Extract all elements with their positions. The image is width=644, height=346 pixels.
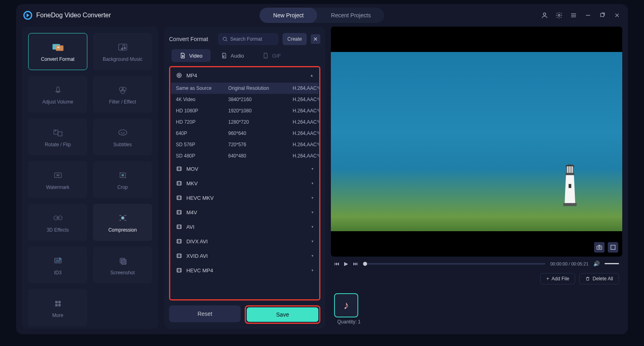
svg-rect-31 [177,181,182,185]
tool-label: Crop [117,184,128,190]
tool-crop[interactable]: Crop [93,161,152,198]
preview-pane: ⏮ ▶ ⏭ 00:00:00 / 00:05:21 🔊 + Add File D… [331,27,622,329]
fullscreen-icon[interactable] [608,242,618,253]
tool-filter-effect[interactable]: Filter / Effect [93,76,152,113]
svg-point-49 [599,247,600,249]
trash-icon [585,276,590,281]
tool-compression[interactable]: Compression [93,204,152,241]
edit-icon[interactable]: ✎ [317,142,320,147]
next-button[interactable]: ⏭ [353,261,358,267]
tool-convert-format[interactable]: Convert Format [28,33,87,70]
svg-point-10 [120,89,124,93]
maximize-icon[interactable] [599,12,606,19]
format-group: M4V▾ [171,205,318,220]
save-button[interactable]: Save [247,307,318,322]
settings-icon[interactable] [555,12,563,19]
tab-recent-projects[interactable]: Recent Projects [317,8,384,23]
film-icon [176,72,182,79]
svg-rect-30 [177,167,182,170]
edit-icon[interactable]: ✎ [317,97,320,102]
edit-icon[interactable]: ✎ [317,108,320,114]
search-format-input[interactable]: Search Format [218,33,279,45]
format-row-header[interactable]: Same as SourceOriginal ResolutionH.264,A… [171,83,318,94]
edit-icon[interactable]: ✎ [317,85,320,91]
close-icon[interactable] [613,12,621,19]
format-row[interactable]: 4K Video3840*2160H.264,AAC✎ [171,94,318,105]
format-group-header[interactable]: MOV▾ [171,162,318,176]
compression-icon [116,212,130,224]
film-icon [176,180,182,186]
tool-subtitles[interactable]: Subtitles [93,118,152,155]
volume-icon[interactable]: 🔊 [593,261,600,267]
svg-rect-46 [569,184,572,188]
create-format-button[interactable]: Create [283,33,307,45]
convert-format-icon [51,41,65,53]
format-group: XVID AVI▾ [171,249,318,263]
more-icon [51,297,65,309]
svg-point-1 [558,15,560,17]
minimize-icon[interactable] [584,12,592,19]
tab-new-project[interactable]: New Project [260,8,317,23]
format-row[interactable]: HD 1080P1920*1080H.264,AAC✎ [171,105,318,116]
format-group-header[interactable]: HEVC MP4▾ [171,263,318,278]
svg-point-27 [223,37,226,40]
tool-background-music[interactable]: Background Music [93,33,152,70]
play-button[interactable]: ▶ [344,261,348,267]
add-file-button[interactable]: + Add File [540,273,575,284]
plus-icon: + [546,276,549,282]
format-group-header[interactable]: MKV▾ [171,176,318,191]
delete-all-button[interactable]: Delete All [579,273,619,284]
format-row[interactable]: HD 720P1280*720H.264,AAC✎ [171,116,318,128]
edit-icon[interactable]: ✎ [317,131,320,136]
audio-file-icon [221,52,227,59]
tool-rotate-flip[interactable]: Rotate / Flip [28,118,87,155]
volume-bar[interactable] [605,263,619,264]
edit-icon[interactable]: ✎ [317,153,320,159]
format-group-header[interactable]: DIVX AVI▾ [171,234,318,249]
chevron-down-icon: ▾ [312,239,314,243]
format-group: MOV▾ [171,162,318,176]
format-group: MKV▾ [171,176,318,191]
format-group-mp4: MP4 ▲ Same as SourceOriginal ResolutionH… [171,68,318,162]
reset-button[interactable]: Reset [169,305,241,322]
format-row[interactable]: 640P960*640H.264,AAC✎ [171,128,318,139]
svg-rect-22 [121,259,126,264]
format-row[interactable]: SD 576P720*576H.264,AAC✎ [171,139,318,150]
tool-adjust-volume[interactable]: Adjust Volume [28,76,87,113]
svg-rect-48 [597,246,602,250]
svg-rect-35 [177,239,182,243]
format-group-header[interactable]: HEVC MKV▾ [171,191,318,205]
snapshot-icon[interactable] [594,242,605,253]
menu-icon[interactable] [570,12,577,19]
format-group-header[interactable]: M4V▾ [171,205,318,220]
tool-label: ID3 [54,270,62,276]
svg-rect-26 [58,303,61,307]
format-group-header[interactable]: AVI▾ [171,220,318,234]
id3-icon [51,255,65,267]
tool-label: Subtitles [113,142,132,147]
tool-label: Rotate / Flip [45,142,71,147]
chevron-down-icon: ▾ [312,210,314,214]
tool-more[interactable]: More [28,289,87,326]
watermark-icon [51,169,65,181]
format-group-header[interactable]: XVID AVI▾ [171,249,318,263]
account-icon[interactable] [541,12,548,19]
seek-handle[interactable] [363,262,367,266]
close-panel-button[interactable]: ✕ [311,34,320,44]
tool-screenshot[interactable]: Screenshot [93,247,152,284]
seek-bar[interactable] [363,263,545,265]
format-row[interactable]: SD 480P640*480H.264,AAC✎ [171,150,318,162]
prev-button[interactable]: ⏮ [334,261,339,267]
format-tab-gif[interactable]: GIF [254,49,289,62]
tool-watermark[interactable]: Watermark [28,161,87,198]
svg-point-7 [124,47,125,49]
format-tab-audio[interactable]: Audio [213,49,252,62]
edit-icon[interactable]: ✎ [317,119,320,125]
format-tab-video[interactable]: Video [171,49,211,62]
chevron-down-icon: ▾ [312,268,314,272]
app-logo-wrap: FoneDog Video Converter [23,11,111,20]
tool-3d-effects[interactable]: 3D Effects [28,204,87,241]
format-group-mp4-header[interactable]: MP4 ▲ [171,68,318,83]
tool-id3[interactable]: ID3 [28,247,87,284]
file-thumbnail[interactable]: ♪ [334,293,358,317]
